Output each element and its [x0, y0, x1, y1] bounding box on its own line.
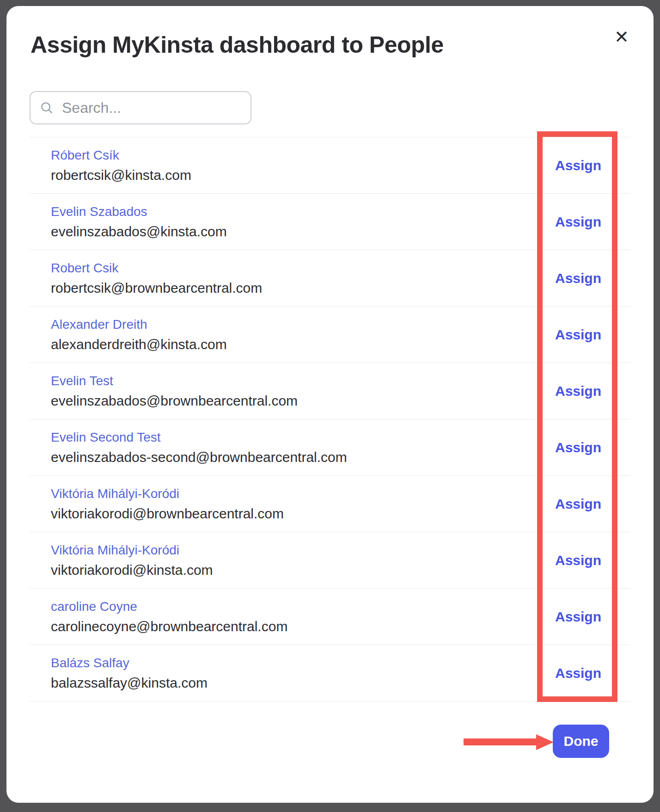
assign-cell: Assign: [539, 214, 617, 230]
person-info: Viktória Mihályi-Koródi viktoriakorodi@b…: [30, 486, 539, 522]
assign-button[interactable]: Assign: [555, 440, 601, 455]
assign-cell: Assign: [539, 327, 617, 343]
search-box: [30, 91, 251, 124]
assign-cell: Assign: [539, 496, 617, 512]
person-row: Róbert Csík robertcsik@kinsta.com Assign: [30, 137, 630, 194]
close-icon: ✕: [614, 27, 629, 47]
assign-cell: Assign: [539, 158, 617, 173]
dialog-title: Assign MyKinsta dashboard to People: [31, 32, 630, 58]
assign-button[interactable]: Assign: [555, 553, 601, 568]
person-row: Alexander Dreith alexanderdreith@kinsta.…: [30, 307, 630, 363]
person-info: Evelin Second Test evelinszabados-second…: [30, 430, 539, 466]
assign-button[interactable]: Assign: [555, 158, 601, 173]
assign-button[interactable]: Assign: [555, 383, 601, 399]
search-input[interactable]: [61, 99, 257, 117]
person-email: viktoriakorodi@kinsta.com: [51, 562, 539, 578]
person-name-link[interactable]: Viktória Mihályi-Koródi: [51, 486, 179, 502]
person-name-link[interactable]: Viktória Mihályi-Koródi: [51, 542, 179, 558]
assign-button[interactable]: Assign: [555, 496, 601, 511]
person-name-link[interactable]: Róbert Csík: [51, 148, 119, 163]
done-arrow-head-annotation: [536, 734, 554, 750]
assign-cell: Assign: [539, 271, 617, 286]
person-email: robertcsik@kinsta.com: [51, 167, 539, 184]
person-row: caroline Coyne carolinecoyne@brownbearce…: [30, 589, 630, 645]
person-name-link[interactable]: caroline Coyne: [51, 599, 137, 615]
person-row: Evelin Test evelinszabados@brownbearcent…: [30, 363, 630, 419]
person-info: Robert Csik robertcsik@brownbearcentral.…: [30, 260, 539, 296]
person-name-link[interactable]: Evelin Second Test: [51, 430, 161, 445]
person-email: robertcsik@brownbearcentral.com: [51, 280, 539, 296]
people-list: Róbert Csík robertcsik@kinsta.com Assign…: [30, 137, 630, 701]
modal-backdrop: { "dialog": { "title": "Assign MyKinsta …: [0, 0, 660, 812]
assign-button[interactable]: Assign: [555, 609, 601, 624]
assign-button[interactable]: Assign: [555, 271, 601, 286]
close-button[interactable]: ✕: [609, 25, 634, 49]
assign-cell: Assign: [539, 553, 617, 568]
assign-cell: Assign: [539, 609, 617, 625]
done-arrow-annotation: [464, 738, 537, 745]
person-email: balazssalfay@kinsta.com: [51, 675, 539, 691]
person-email: evelinszabados-second@brownbearcentral.c…: [51, 449, 539, 466]
person-name-link[interactable]: Evelin Szabados: [51, 204, 147, 220]
assign-button[interactable]: Assign: [555, 214, 601, 229]
assign-cell: Assign: [539, 665, 617, 681]
person-info: Balázs Salfay balazssalfay@kinsta.com: [30, 655, 539, 691]
person-name-link[interactable]: Balázs Salfay: [51, 655, 129, 671]
person-info: Evelin Szabados evelinszabados@kinsta.co…: [30, 204, 539, 240]
person-name-link[interactable]: Alexander Dreith: [51, 317, 147, 332]
person-row: Balázs Salfay balazssalfay@kinsta.com As…: [30, 645, 630, 701]
person-email: viktoriakorodi@brownbearcentral.com: [51, 505, 539, 522]
person-email: carolinecoyne@brownbearcentral.com: [51, 618, 539, 635]
person-email: evelinszabados@kinsta.com: [51, 223, 539, 240]
search-icon: [40, 101, 54, 115]
done-button[interactable]: Done: [553, 725, 609, 758]
assign-cell: Assign: [539, 440, 617, 455]
person-info: Róbert Csík robertcsik@kinsta.com: [30, 148, 539, 184]
person-email: evelinszabados@brownbearcentral.com: [51, 393, 539, 409]
person-info: Viktória Mihályi-Koródi viktoriakorodi@k…: [30, 542, 539, 578]
person-row: Evelin Szabados evelinszabados@kinsta.co…: [30, 194, 630, 250]
person-row: Robert Csik robertcsik@brownbearcentral.…: [30, 250, 630, 307]
person-name-link[interactable]: Robert Csik: [51, 260, 118, 276]
person-name-link[interactable]: Evelin Test: [51, 373, 113, 389]
assign-button[interactable]: Assign: [555, 327, 601, 342]
assign-button[interactable]: Assign: [555, 665, 601, 681]
person-email: alexanderdreith@kinsta.com: [51, 336, 539, 353]
person-info: Evelin Test evelinszabados@brownbearcent…: [30, 373, 539, 409]
person-row: Viktória Mihályi-Koródi viktoriakorodi@b…: [30, 476, 630, 532]
person-info: Alexander Dreith alexanderdreith@kinsta.…: [30, 317, 539, 353]
person-row: Evelin Second Test evelinszabados-second…: [30, 419, 630, 476]
assign-cell: Assign: [539, 383, 617, 399]
person-row: Viktória Mihályi-Koródi viktoriakorodi@k…: [30, 532, 630, 589]
person-info: caroline Coyne carolinecoyne@brownbearce…: [30, 599, 539, 635]
assign-dialog: ✕ Assign MyKinsta dashboard to People Ró…: [6, 6, 654, 803]
